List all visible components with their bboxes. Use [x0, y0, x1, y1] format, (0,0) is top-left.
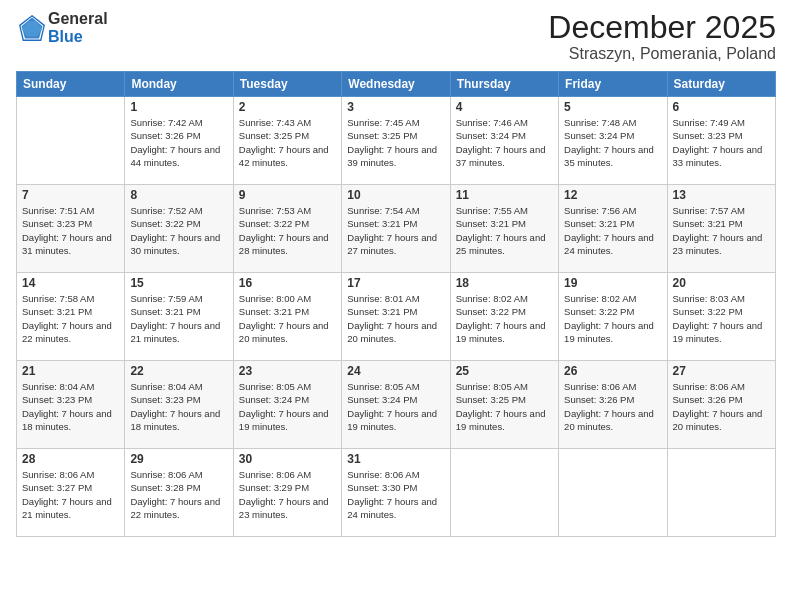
day-number: 1 [130, 100, 227, 114]
day-number: 4 [456, 100, 553, 114]
calendar-week-row: 28Sunrise: 8:06 AMSunset: 3:27 PMDayligh… [17, 449, 776, 537]
title-block: December 2025 Straszyn, Pomerania, Polan… [548, 10, 776, 63]
table-row [450, 449, 558, 537]
day-number: 22 [130, 364, 227, 378]
day-number: 17 [347, 276, 444, 290]
day-number: 8 [130, 188, 227, 202]
table-row: 19Sunrise: 8:02 AMSunset: 3:22 PMDayligh… [559, 273, 667, 361]
day-info: Sunrise: 7:59 AMSunset: 3:21 PMDaylight:… [130, 292, 227, 345]
day-info: Sunrise: 8:06 AMSunset: 3:26 PMDaylight:… [564, 380, 661, 433]
day-info: Sunrise: 8:04 AMSunset: 3:23 PMDaylight:… [22, 380, 119, 433]
table-row: 6Sunrise: 7:49 AMSunset: 3:23 PMDaylight… [667, 97, 775, 185]
day-info: Sunrise: 7:48 AMSunset: 3:24 PMDaylight:… [564, 116, 661, 169]
table-row: 27Sunrise: 8:06 AMSunset: 3:26 PMDayligh… [667, 361, 775, 449]
day-number: 6 [673, 100, 770, 114]
table-row: 12Sunrise: 7:56 AMSunset: 3:21 PMDayligh… [559, 185, 667, 273]
header-sunday: Sunday [17, 72, 125, 97]
table-row: 21Sunrise: 8:04 AMSunset: 3:23 PMDayligh… [17, 361, 125, 449]
table-row: 17Sunrise: 8:01 AMSunset: 3:21 PMDayligh… [342, 273, 450, 361]
day-info: Sunrise: 7:56 AMSunset: 3:21 PMDaylight:… [564, 204, 661, 257]
day-number: 2 [239, 100, 336, 114]
day-info: Sunrise: 8:02 AMSunset: 3:22 PMDaylight:… [456, 292, 553, 345]
table-row: 1Sunrise: 7:42 AMSunset: 3:26 PMDaylight… [125, 97, 233, 185]
day-number: 11 [456, 188, 553, 202]
header-monday: Monday [125, 72, 233, 97]
day-number: 3 [347, 100, 444, 114]
logo-text-block: General Blue [48, 10, 108, 45]
header-wednesday: Wednesday [342, 72, 450, 97]
calendar-week-row: 14Sunrise: 7:58 AMSunset: 3:21 PMDayligh… [17, 273, 776, 361]
day-number: 28 [22, 452, 119, 466]
table-row: 18Sunrise: 8:02 AMSunset: 3:22 PMDayligh… [450, 273, 558, 361]
day-number: 15 [130, 276, 227, 290]
header-friday: Friday [559, 72, 667, 97]
day-number: 18 [456, 276, 553, 290]
day-info: Sunrise: 7:43 AMSunset: 3:25 PMDaylight:… [239, 116, 336, 169]
day-number: 31 [347, 452, 444, 466]
table-row: 29Sunrise: 8:06 AMSunset: 3:28 PMDayligh… [125, 449, 233, 537]
logo: General Blue [16, 10, 108, 45]
table-row: 20Sunrise: 8:03 AMSunset: 3:22 PMDayligh… [667, 273, 775, 361]
day-info: Sunrise: 8:05 AMSunset: 3:24 PMDaylight:… [239, 380, 336, 433]
header-thursday: Thursday [450, 72, 558, 97]
table-row: 24Sunrise: 8:05 AMSunset: 3:24 PMDayligh… [342, 361, 450, 449]
calendar-week-row: 21Sunrise: 8:04 AMSunset: 3:23 PMDayligh… [17, 361, 776, 449]
table-row: 10Sunrise: 7:54 AMSunset: 3:21 PMDayligh… [342, 185, 450, 273]
day-info: Sunrise: 7:53 AMSunset: 3:22 PMDaylight:… [239, 204, 336, 257]
day-info: Sunrise: 8:06 AMSunset: 3:30 PMDaylight:… [347, 468, 444, 521]
day-number: 20 [673, 276, 770, 290]
table-row [17, 97, 125, 185]
day-info: Sunrise: 8:05 AMSunset: 3:24 PMDaylight:… [347, 380, 444, 433]
day-number: 24 [347, 364, 444, 378]
day-number: 19 [564, 276, 661, 290]
calendar-week-row: 1Sunrise: 7:42 AMSunset: 3:26 PMDaylight… [17, 97, 776, 185]
table-row: 5Sunrise: 7:48 AMSunset: 3:24 PMDaylight… [559, 97, 667, 185]
table-row [667, 449, 775, 537]
table-row: 3Sunrise: 7:45 AMSunset: 3:25 PMDaylight… [342, 97, 450, 185]
day-info: Sunrise: 7:57 AMSunset: 3:21 PMDaylight:… [673, 204, 770, 257]
table-row: 4Sunrise: 7:46 AMSunset: 3:24 PMDaylight… [450, 97, 558, 185]
table-row: 14Sunrise: 7:58 AMSunset: 3:21 PMDayligh… [17, 273, 125, 361]
day-info: Sunrise: 7:42 AMSunset: 3:26 PMDaylight:… [130, 116, 227, 169]
day-info: Sunrise: 8:02 AMSunset: 3:22 PMDaylight:… [564, 292, 661, 345]
table-row: 11Sunrise: 7:55 AMSunset: 3:21 PMDayligh… [450, 185, 558, 273]
page: General Blue December 2025 Straszyn, Pom… [0, 0, 792, 612]
day-info: Sunrise: 7:45 AMSunset: 3:25 PMDaylight:… [347, 116, 444, 169]
header-tuesday: Tuesday [233, 72, 341, 97]
day-info: Sunrise: 8:00 AMSunset: 3:21 PMDaylight:… [239, 292, 336, 345]
day-info: Sunrise: 8:06 AMSunset: 3:27 PMDaylight:… [22, 468, 119, 521]
day-number: 13 [673, 188, 770, 202]
day-info: Sunrise: 8:06 AMSunset: 3:26 PMDaylight:… [673, 380, 770, 433]
table-row: 16Sunrise: 8:00 AMSunset: 3:21 PMDayligh… [233, 273, 341, 361]
day-info: Sunrise: 7:46 AMSunset: 3:24 PMDaylight:… [456, 116, 553, 169]
table-row: 30Sunrise: 8:06 AMSunset: 3:29 PMDayligh… [233, 449, 341, 537]
day-info: Sunrise: 8:06 AMSunset: 3:29 PMDaylight:… [239, 468, 336, 521]
table-row: 31Sunrise: 8:06 AMSunset: 3:30 PMDayligh… [342, 449, 450, 537]
day-number: 9 [239, 188, 336, 202]
day-number: 7 [22, 188, 119, 202]
table-row: 7Sunrise: 7:51 AMSunset: 3:23 PMDaylight… [17, 185, 125, 273]
day-info: Sunrise: 7:55 AMSunset: 3:21 PMDaylight:… [456, 204, 553, 257]
table-row: 22Sunrise: 8:04 AMSunset: 3:23 PMDayligh… [125, 361, 233, 449]
day-number: 25 [456, 364, 553, 378]
day-number: 30 [239, 452, 336, 466]
table-row: 9Sunrise: 7:53 AMSunset: 3:22 PMDaylight… [233, 185, 341, 273]
table-row: 15Sunrise: 7:59 AMSunset: 3:21 PMDayligh… [125, 273, 233, 361]
header-saturday: Saturday [667, 72, 775, 97]
table-row [559, 449, 667, 537]
day-number: 27 [673, 364, 770, 378]
day-number: 5 [564, 100, 661, 114]
day-info: Sunrise: 8:05 AMSunset: 3:25 PMDaylight:… [456, 380, 553, 433]
day-info: Sunrise: 7:54 AMSunset: 3:21 PMDaylight:… [347, 204, 444, 257]
day-info: Sunrise: 8:06 AMSunset: 3:28 PMDaylight:… [130, 468, 227, 521]
day-info: Sunrise: 7:49 AMSunset: 3:23 PMDaylight:… [673, 116, 770, 169]
calendar-subtitle: Straszyn, Pomerania, Poland [548, 45, 776, 63]
day-number: 16 [239, 276, 336, 290]
logo-icon [18, 14, 46, 42]
header: General Blue December 2025 Straszyn, Pom… [16, 10, 776, 63]
table-row: 8Sunrise: 7:52 AMSunset: 3:22 PMDaylight… [125, 185, 233, 273]
day-number: 21 [22, 364, 119, 378]
table-row: 2Sunrise: 7:43 AMSunset: 3:25 PMDaylight… [233, 97, 341, 185]
table-row: 13Sunrise: 7:57 AMSunset: 3:21 PMDayligh… [667, 185, 775, 273]
table-row: 28Sunrise: 8:06 AMSunset: 3:27 PMDayligh… [17, 449, 125, 537]
